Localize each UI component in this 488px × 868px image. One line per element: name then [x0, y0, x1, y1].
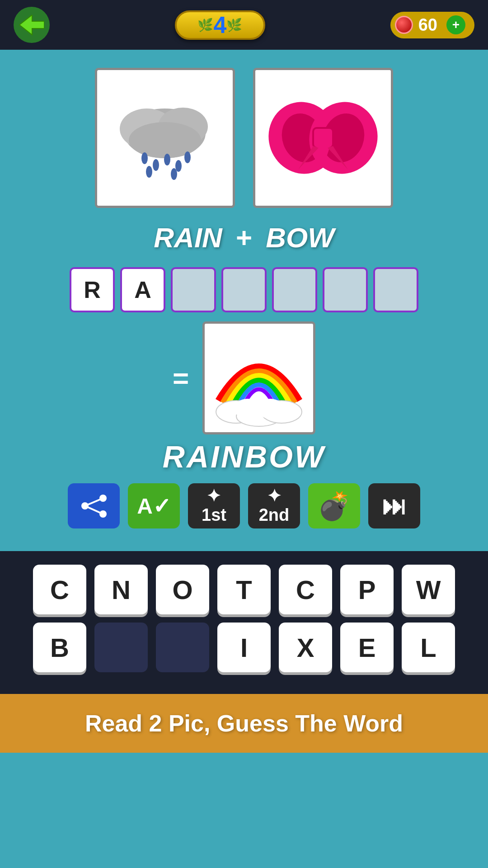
- result-picture: [202, 321, 315, 434]
- level-oval: 🌿 4 🌿: [175, 10, 265, 40]
- second-hint-button[interactable]: ✦2nd: [248, 483, 300, 528]
- key-P[interactable]: P: [340, 565, 394, 614]
- keyboard-row1: C N O T C P W: [18, 565, 470, 614]
- bomb-button[interactable]: 💣: [308, 483, 360, 528]
- bottom-banner: Read 2 Pic, Guess The Word: [0, 694, 488, 753]
- hint-letter-icon: A✓: [137, 493, 171, 519]
- keyboard-row2: B I X E L: [18, 623, 470, 672]
- game-area: RAIN + BOW R A =: [0, 50, 488, 551]
- skip-button[interactable]: ⏭: [368, 483, 420, 528]
- laurel-right: 🌿: [226, 18, 242, 33]
- key-E[interactable]: E: [340, 623, 394, 672]
- answer-box-0[interactable]: R: [70, 267, 115, 312]
- svg-point-9: [184, 151, 191, 163]
- key-N[interactable]: N: [94, 565, 148, 614]
- pictures-row: [27, 68, 461, 208]
- key-T[interactable]: T: [217, 565, 271, 614]
- second-hint-label: ✦2nd: [259, 487, 290, 525]
- add-coins-button[interactable]: +: [446, 15, 465, 34]
- answer-box-1[interactable]: A: [120, 267, 165, 312]
- svg-rect-16: [313, 128, 333, 148]
- key-C-1[interactable]: C: [33, 565, 86, 614]
- answer-box-3[interactable]: [221, 267, 267, 312]
- answer-box-6[interactable]: [373, 267, 418, 312]
- answer-box-2[interactable]: [171, 267, 216, 312]
- svg-point-6: [153, 159, 159, 171]
- key-C-2[interactable]: C: [279, 565, 332, 614]
- svg-point-5: [141, 152, 148, 164]
- picture-rain: [95, 68, 235, 208]
- back-button[interactable]: [14, 7, 50, 43]
- result-label: RAINBOW: [27, 439, 461, 474]
- key-L[interactable]: L: [402, 623, 455, 672]
- key-empty-2: [156, 623, 209, 672]
- word1-label: RAIN: [154, 222, 222, 254]
- key-I[interactable]: I: [217, 623, 271, 672]
- key-X[interactable]: X: [279, 623, 332, 672]
- key-O[interactable]: O: [156, 565, 209, 614]
- word2-label: BOW: [266, 222, 334, 254]
- answer-box-5[interactable]: [323, 267, 368, 312]
- plus-symbol: +: [236, 222, 252, 254]
- action-row: A✓ ✦1st ✦2nd 💣 ⏭: [27, 483, 461, 528]
- result-area: =: [27, 321, 461, 434]
- key-B[interactable]: B: [33, 623, 86, 672]
- picture-bow: [253, 68, 393, 208]
- svg-line-28: [85, 498, 103, 506]
- svg-line-29: [85, 506, 103, 514]
- coin-count: 60: [418, 15, 437, 35]
- share-button[interactable]: [68, 483, 120, 528]
- answer-row: R A: [27, 267, 461, 312]
- svg-point-4: [129, 122, 201, 158]
- keyboard-area: C N O T C P W B I X E L: [0, 551, 488, 694]
- first-hint-button[interactable]: ✦1st: [188, 483, 240, 528]
- header: 🌿 4 🌿 60 +: [0, 0, 488, 50]
- level-number: 4: [213, 11, 226, 38]
- coins-display: 60 +: [390, 12, 474, 38]
- key-empty-1: [94, 623, 148, 672]
- svg-point-24: [257, 399, 284, 419]
- svg-marker-0: [19, 15, 44, 35]
- first-hint-label: ✦1st: [202, 487, 226, 525]
- svg-point-11: [171, 168, 177, 180]
- answer-box-4[interactable]: [272, 267, 317, 312]
- banner-text: Read 2 Pic, Guess The Word: [85, 710, 403, 737]
- bomb-icon: 💣: [317, 490, 351, 522]
- equals-symbol: =: [173, 362, 189, 394]
- svg-point-7: [164, 154, 170, 165]
- word-equation: RAIN + BOW: [27, 222, 461, 254]
- svg-point-10: [146, 166, 152, 178]
- key-W[interactable]: W: [402, 565, 455, 614]
- gem-icon: [395, 16, 413, 34]
- laurel-left: 🌿: [197, 18, 213, 33]
- skip-icon: ⏭: [382, 491, 407, 520]
- hint-letter-button[interactable]: A✓: [128, 483, 180, 528]
- level-badge: 🌿 4 🌿: [175, 10, 265, 40]
